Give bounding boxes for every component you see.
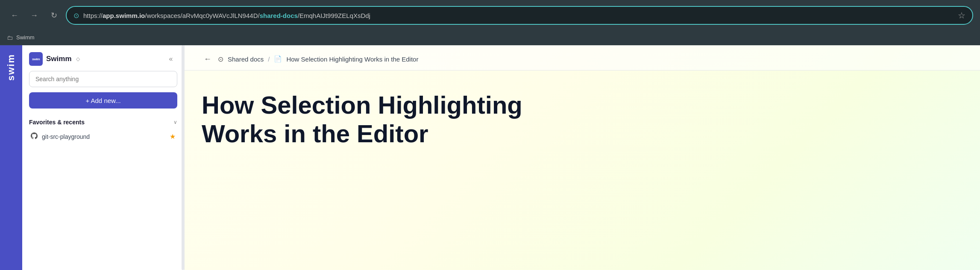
brand-chevron-icon: ◇ [76,56,80,62]
doc-title: How Selection Highlighting Works in the … [202,91,586,148]
doc-content: How Selection Highlighting Works in the … [185,70,980,270]
breadcrumb-doc-title: How Selection Highlighting Works in the … [286,56,418,63]
breadcrumb-folder-icon: ⊙ [218,55,223,63]
star-icon: ★ [170,132,176,141]
browser-toolbar: ← → ↻ ⊙ https://app.swimm.io/workspaces/… [0,0,980,31]
address-bar[interactable]: ⊙ https://app.swimm.io/workspaces/aRvMqc… [66,6,973,25]
app-container: swim swim Swimm ◇ « + Add new... Favorit… [0,45,980,270]
swimm-brand-name: Swimm [46,55,72,63]
browser-chrome: ← → ↻ ⊙ https://app.swimm.io/workspaces/… [0,0,980,45]
rail-logo-text: swim [6,54,17,81]
back-button[interactable]: ← [7,8,22,23]
breadcrumb-separator: / [268,56,270,63]
item-label: git-src-playground [42,133,165,140]
github-icon [31,132,38,141]
favorites-section-header[interactable]: Favorites & recents ∨ [29,115,177,129]
bookmark-label: Swimm [16,34,35,41]
search-container [22,71,184,92]
list-item[interactable]: git-src-playground ★ [29,129,177,144]
sidebar-section-favorites: Favorites & recents ∨ git-src-playground… [22,115,184,144]
main-content: ← ⊙ Shared docs / 📄 How Selection Highli… [185,45,980,270]
favorites-section-title: Favorites & recents [29,119,85,126]
address-security-icon: ⊙ [73,12,79,20]
collapse-sidebar-button[interactable]: « [164,53,177,65]
swimm-brand[interactable]: swim Swimm ◇ [29,52,80,66]
search-input[interactable] [29,71,177,87]
folder-icon: 🗀 [7,34,13,41]
sidebar-scrollbar[interactable] [182,45,184,270]
breadcrumb: ← ⊙ Shared docs / 📄 How Selection Highli… [185,45,980,70]
swimm-logo-box: swim [29,52,43,66]
bookmarks-bar: 🗀 Swimm [0,31,980,45]
address-text: https://app.swimm.io/workspaces/aRvMqc0y… [83,12,370,19]
sidebar-rail: swim [0,45,22,270]
favorites-section-chevron: ∨ [173,119,177,125]
breadcrumb-back-button[interactable]: ← [202,53,214,65]
bookmark-star-icon[interactable]: ☆ [958,10,965,21]
add-new-button[interactable]: + Add new... [29,92,177,109]
breadcrumb-shared-docs-link[interactable]: Shared docs [228,56,264,63]
reload-button[interactable]: ↻ [46,8,62,23]
sidebar-panel: swim Swimm ◇ « + Add new... Favorites & … [22,45,185,270]
forward-button[interactable]: → [26,8,42,23]
sidebar-header: swim Swimm ◇ « [22,45,184,71]
breadcrumb-doc-icon: 📄 [274,55,282,63]
